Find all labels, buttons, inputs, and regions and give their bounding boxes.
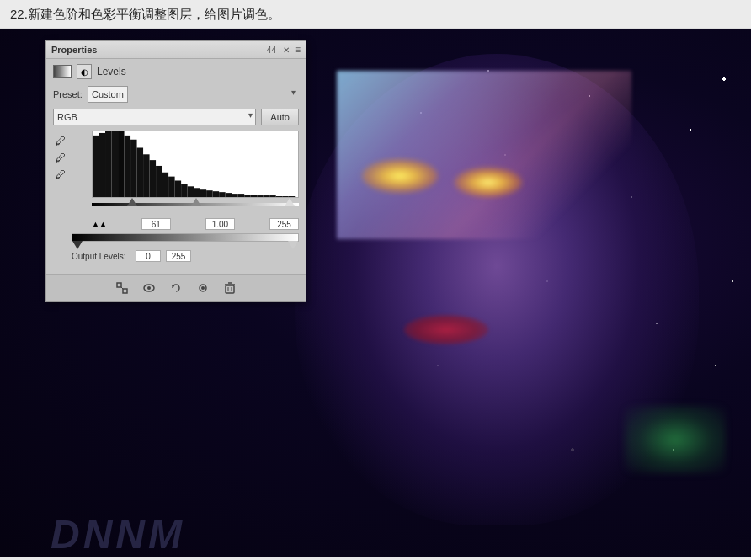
- output-white-handle[interactable]: [288, 241, 298, 249]
- input-slider-row: [92, 203, 299, 216]
- levels-symbol-icon: ▲▲: [92, 220, 107, 228]
- black-point-input[interactable]: [141, 218, 171, 230]
- eye-glow-left: [362, 159, 438, 193]
- svg-rect-29: [276, 196, 283, 197]
- preset-select-wrapper: Custom: [88, 86, 299, 103]
- svg-rect-12: [168, 177, 175, 197]
- panel-footer: [46, 274, 306, 301]
- eyedroppers-col: 🖊 🖊 🖊: [53, 131, 67, 230]
- svg-rect-40: [226, 285, 234, 293]
- delete-icon: [222, 280, 237, 296]
- svg-rect-14: [181, 184, 188, 197]
- preset-label: Preset:: [53, 89, 83, 99]
- delete-button[interactable]: [221, 280, 238, 296]
- svg-rect-0: [93, 136, 99, 197]
- svg-rect-21: [226, 193, 232, 197]
- channel-select[interactable]: RGB: [53, 109, 256, 125]
- svg-rect-11: [162, 173, 169, 197]
- reset-icon: [168, 280, 184, 296]
- white-eyedropper[interactable]: 🖊: [53, 168, 67, 181]
- panel-menu-btn[interactable]: ≡: [295, 44, 301, 56]
- output-section: Output Levels:: [72, 233, 299, 262]
- panel-titlebar: Properties 44 ✕ ≡: [46, 41, 306, 59]
- hair-stream: [337, 71, 631, 239]
- midpoint-input[interactable]: [205, 218, 235, 230]
- watermark-text: DNNM: [51, 512, 185, 557]
- svg-rect-31: [289, 196, 296, 197]
- output-black-input[interactable]: [136, 250, 161, 262]
- svg-rect-24: [244, 195, 251, 197]
- svg-rect-28: [269, 195, 276, 197]
- output-black-handle[interactable]: [72, 241, 83, 249]
- auto-button[interactable]: Auto: [261, 109, 299, 125]
- eye-glow-right: [455, 168, 522, 197]
- properties-panel: Properties 44 ✕ ≡ ◐ Levels Preset:: [45, 40, 306, 302]
- nebula-green: [625, 406, 726, 473]
- svg-rect-33: [123, 289, 127, 293]
- histogram-section: 🖊 🖊 🖊: [53, 131, 299, 230]
- midpoint-handle[interactable]: [191, 198, 201, 206]
- adjustment-layer-btn[interactable]: ◐: [77, 64, 92, 79]
- svg-rect-3: [112, 131, 119, 197]
- input-values-row: ▲▲: [92, 218, 299, 230]
- eye-button[interactable]: [141, 280, 157, 296]
- black-eyedropper[interactable]: 🖊: [53, 134, 67, 147]
- output-slider-track: [72, 233, 299, 242]
- levels-histogram-icon: [53, 65, 72, 78]
- black-point-handle[interactable]: [127, 198, 137, 206]
- svg-rect-32: [117, 283, 121, 287]
- output-white-input[interactable]: [166, 250, 191, 262]
- svg-rect-27: [264, 195, 270, 197]
- svg-rect-8: [143, 154, 150, 197]
- white-point-input[interactable]: [269, 218, 299, 230]
- reset-button[interactable]: [168, 280, 184, 296]
- panel-body: ◐ Levels Preset: Custom RGB: [46, 59, 306, 267]
- svg-rect-1: [99, 133, 106, 197]
- title-text: 22.新建色阶和色彩平衡调整图层，给图片调色。: [10, 7, 280, 21]
- clip-button[interactable]: [114, 280, 130, 296]
- svg-rect-17: [200, 189, 207, 197]
- svg-rect-26: [257, 195, 264, 197]
- svg-rect-23: [238, 194, 245, 197]
- svg-rect-16: [194, 188, 200, 197]
- svg-rect-10: [156, 166, 162, 197]
- visibility-icon: [195, 280, 210, 296]
- svg-rect-4: [118, 131, 125, 197]
- output-label-row: Output Levels:: [72, 250, 299, 262]
- svg-rect-6: [130, 140, 137, 197]
- preset-select[interactable]: Custom: [88, 86, 128, 103]
- svg-rect-19: [213, 191, 220, 197]
- input-slider-track: [92, 203, 299, 206]
- svg-rect-22: [232, 194, 238, 197]
- watermark: DNNM: [51, 511, 185, 557]
- svg-rect-13: [175, 181, 182, 198]
- adjustment-icon: ◐: [81, 67, 88, 77]
- histogram-svg: [93, 131, 298, 197]
- svg-rect-25: [251, 195, 258, 197]
- white-point-handle[interactable]: [285, 198, 295, 206]
- visibility-button[interactable]: [194, 280, 211, 296]
- adjustment-type-label: Levels: [97, 66, 126, 77]
- face-area: [253, 29, 751, 557]
- svg-rect-15: [188, 186, 194, 197]
- svg-rect-18: [206, 190, 213, 197]
- svg-rect-2: [105, 131, 112, 197]
- main-area: DNNM Properties 44 ✕ ≡ ◐ Levels: [0, 29, 751, 557]
- histogram-wrapper: ▲▲: [73, 131, 299, 230]
- histogram-display: [92, 131, 299, 198]
- channel-row: RGB Auto: [53, 109, 299, 125]
- svg-rect-5: [125, 136, 131, 197]
- panel-collapse-btn[interactable]: 44: [265, 45, 278, 55]
- output-label: Output Levels:: [72, 252, 130, 261]
- svg-point-36: [147, 286, 151, 290]
- panel-title: Properties: [51, 45, 97, 55]
- channel-select-wrapper: RGB: [53, 109, 256, 125]
- levels-header: ◐ Levels: [53, 64, 299, 79]
- svg-point-39: [201, 286, 205, 290]
- eye-icon: [141, 280, 157, 296]
- gray-eyedropper[interactable]: 🖊: [53, 151, 67, 164]
- panel-close-btn[interactable]: ✕: [281, 45, 291, 55]
- svg-rect-7: [137, 148, 144, 198]
- svg-rect-30: [282, 196, 289, 197]
- lips: [404, 315, 488, 344]
